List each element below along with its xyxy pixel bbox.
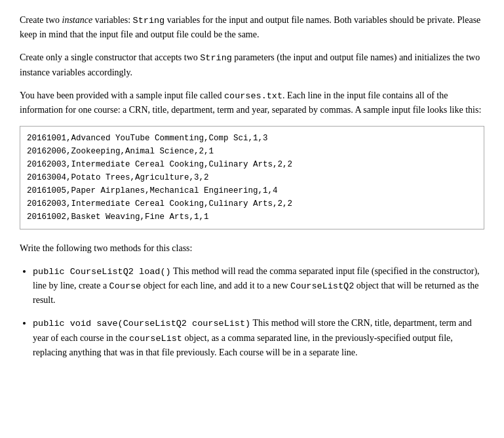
code-line-6: 20162003,Intermediate Cereal Cooking,Cul… [27,197,477,210]
p2-text: Create only a single constructor that ac… [20,52,480,77]
code-line-7: 20161002,Basket Weaving,Fine Arts,1,1 [27,210,477,224]
code-line-3: 20162003,Intermediate Cereal Cooking,Cul… [27,158,477,171]
content-wrapper: Create two instance variables: String va… [20,13,484,359]
bullet2-method-code: public void save(CourseListQ2 courseList… [33,319,250,328]
p2-string-code: String [200,53,232,63]
p3-filename-code: courses.txt [224,91,282,101]
code-line-2: 20162006,Zookeeping,Animal Science,2,1 [27,145,477,158]
p1-string-code: String [133,16,165,26]
p1-text-pre: Create two instance variables: String va… [20,15,480,39]
methods-intro-text: Write the following two methods for this… [20,243,192,253]
bullet1-content: public CourseListQ2 load() This method w… [33,266,480,306]
p3-text-pre: You have been provided with a sample inp… [20,90,481,115]
bullet1-text-2: object for each line, and add it to a ne… [141,281,290,290]
paragraph-2: Create only a single constructor that ac… [20,50,484,79]
code-line-4: 20163004,Potato Trees,Agriculture,3,2 [27,171,477,184]
code-line-1: 20161001,Advanced YouTube Commenting,Com… [27,132,477,145]
methods-list: public CourseListQ2 load() This method w… [33,264,484,359]
bullet2-content: public void save(CourseListQ2 courseList… [33,318,472,357]
paragraph-1: Create two instance variables: String va… [20,13,484,41]
sample-file-block: 20161001,Advanced YouTube Commenting,Com… [20,126,484,229]
bullet1-course-code: Course [109,281,142,291]
bullet1-courselistq2-code: CourseListQ2 [290,281,354,291]
bullet1-method-code: public CourseListQ2 load() [33,267,171,277]
list-item-save: public void save(CourseListQ2 courseList… [33,316,484,359]
paragraph-3: You have been provided with a sample inp… [20,89,484,117]
paragraph-methods-intro: Write the following two methods for this… [20,241,484,255]
bullet2-courselist-code: courseList [129,334,182,344]
code-line-5: 20161005,Paper Airplanes,Mechanical Engi… [27,184,477,197]
list-item-load: public CourseListQ2 load() This method w… [33,264,484,308]
